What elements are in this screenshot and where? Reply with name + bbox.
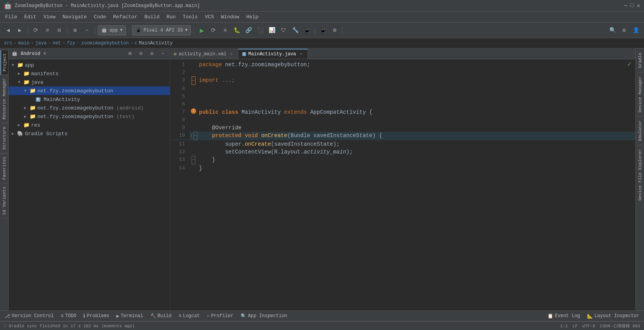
bc-main[interactable]: main [18, 41, 30, 46]
stop-button[interactable]: ⬛ [255, 25, 265, 35]
bc-java[interactable]: java [35, 41, 47, 46]
tab-app-inspection[interactable]: 🔍 App Inspection [238, 311, 290, 321]
tree-item-package-main[interactable]: ▼ 📁 net.fzy.zoomimagebybutton [9, 86, 170, 95]
tab-logcat[interactable]: ≡ Logcat [176, 311, 203, 321]
project-collapse-all[interactable]: ⊟ [137, 50, 145, 58]
tab-close-xml[interactable]: × [229, 51, 234, 57]
collapse-13[interactable]: − [192, 156, 195, 164]
code-editor[interactable]: 1 package net.fzy.zoomimagebybutton; 2 3… [170, 59, 635, 311]
settings-button[interactable]: ⚙ [70, 25, 80, 35]
menu-navigate[interactable]: Navigate [60, 13, 90, 21]
minimize-button[interactable]: — [624, 2, 627, 9]
collapse-import[interactable]: − [192, 76, 196, 85]
tree-item-gradle[interactable]: ▶ 🐘 Gradle Scripts [9, 129, 170, 138]
tab-activity-main-xml[interactable]: ⊞ activity_main.xml × [170, 49, 238, 59]
back-button[interactable]: ◀ [3, 25, 13, 35]
tab-close-java[interactable]: × [298, 51, 304, 57]
tab-terminal[interactable]: ▶ Terminal [113, 311, 146, 321]
bc-fzy[interactable]: fzy [67, 41, 76, 46]
hierarchy-button[interactable]: ⊟ [54, 25, 64, 35]
search-everywhere[interactable]: 🔍 [607, 25, 618, 35]
line-num-7: 7 [170, 108, 190, 116]
notifications[interactable]: 👤 [631, 25, 641, 35]
tab-problems[interactable]: ℹ Problems [80, 311, 113, 321]
tree-item-mainactivity[interactable]: ▶ C MainActivity [9, 95, 170, 104]
tree-item-package-android[interactable]: ▶ 📁 net.fzy.zoomimagebybutton (android) [9, 104, 170, 112]
ide-settings[interactable]: ⚙ [619, 25, 629, 35]
tree-item-java[interactable]: ▼ 📁 java [9, 78, 170, 86]
maximize-button[interactable]: □ [630, 2, 633, 9]
menu-refactor[interactable]: Refactor [110, 13, 140, 21]
bc-src[interactable]: src [4, 41, 12, 46]
collapse-method[interactable]: − [194, 132, 197, 140]
tree-item-res[interactable]: ▶ 📁 res [9, 121, 170, 129]
run-button[interactable]: ▶ [197, 25, 207, 35]
minus-button[interactable]: − [82, 25, 92, 35]
event-log-icon: 📋 [547, 313, 553, 319]
right-tab-emulator[interactable]: Emulator [637, 116, 644, 145]
expand-res: ▶ [18, 123, 22, 127]
vtab-structure[interactable]: Structure [1, 123, 8, 153]
vtab-project[interactable]: Project [0, 50, 8, 75]
more-tools-3[interactable]: 📱 [318, 25, 328, 35]
bc-zoom[interactable]: zoomimagebybutton [81, 41, 128, 46]
menu-code[interactable]: Code [91, 13, 109, 21]
more-tools-4[interactable]: ⊞ [329, 25, 340, 35]
tab-todo[interactable]: ≡ TODO [58, 311, 79, 321]
encoding[interactable]: UTF-8 [582, 324, 595, 328]
forward-button[interactable]: ▶ [15, 25, 25, 35]
right-tab-gradle[interactable]: Gradle [637, 48, 644, 72]
menu-vcs[interactable]: VCS [202, 13, 217, 21]
device-selector[interactable]: 📱 Pixel 4 API 33 ▼ [132, 25, 191, 35]
menu-view[interactable]: View [40, 13, 58, 21]
debug-button[interactable]: 🐛 [232, 25, 242, 35]
close-button[interactable]: ✕ [637, 2, 640, 9]
menu-run[interactable]: Run [164, 13, 179, 21]
profiler-button[interactable]: 📊 [267, 25, 277, 35]
tree-item-app[interactable]: ▼ 📁 app [9, 61, 170, 69]
tab-version-control[interactable]: ⎇ Version Control [2, 311, 57, 321]
structure-button[interactable]: ≡ [42, 25, 53, 35]
tree-item-manifests[interactable]: ▶ 📁 manifests [9, 69, 170, 78]
line-num-3: 3 [170, 76, 190, 84]
menu-window[interactable]: Window [218, 13, 243, 21]
menu-edit[interactable]: Edit [21, 13, 39, 21]
line-gutter-10: ↑ − [190, 132, 197, 140]
menu-build[interactable]: Build [141, 13, 163, 21]
error-icon-7: ! [191, 108, 196, 114]
sync-button[interactable]: ⟳ [31, 25, 41, 35]
app-logo: 🤖 [4, 2, 12, 10]
project-minimize[interactable]: − [159, 50, 167, 58]
java-icon-mainactivity: C [36, 97, 40, 102]
menu-help[interactable]: Help [243, 13, 261, 21]
project-expand-all[interactable]: ⊞ [126, 50, 134, 58]
tab-profiler[interactable]: ○ Profiler [204, 311, 237, 321]
coverage-button[interactable]: 🛡 [278, 25, 289, 35]
right-tab-device-file-explorer[interactable]: Device File Explorer [637, 145, 644, 205]
debug-run-button[interactable]: ⟳ [208, 25, 218, 35]
tab-layout-inspector[interactable]: 📐 Layout Inspector [584, 311, 642, 321]
tree-item-package-test[interactable]: ▶ 📁 net.fzy.zoomimagebybutton (test) [9, 112, 170, 121]
bc-net[interactable]: net [53, 41, 61, 46]
project-settings[interactable]: ⚙ [148, 50, 156, 58]
vtab-id-variants[interactable]: Id Variants [1, 184, 8, 219]
run-with-coverage[interactable]: ≡ [220, 25, 230, 35]
more-tools-2[interactable]: 📱 [302, 25, 312, 35]
code-line-6: 6 [170, 101, 635, 108]
cursor-position[interactable]: 1:1 [560, 324, 568, 328]
vtab-favorites[interactable]: Favorites [1, 153, 8, 183]
tab-mainactivity-java[interactable]: C MainActivity.java × [238, 49, 308, 59]
attach-debugger[interactable]: 🔗 [243, 25, 253, 35]
right-tab-device-manager[interactable]: Device Manager [637, 72, 644, 116]
app-inspection-icon: 🔍 [241, 313, 246, 319]
more-tools-1[interactable]: 🔧 [290, 25, 300, 35]
line-ending[interactable]: LF [572, 324, 577, 328]
tab-event-log[interactable]: 📋 Event Log [544, 311, 583, 321]
tab-build[interactable]: 🔨 Build [147, 311, 175, 321]
panel-dropdown-arrow[interactable]: ▼ [43, 51, 46, 56]
menu-file[interactable]: File [2, 13, 20, 21]
toolbar-separator-2 [67, 26, 67, 34]
vtab-resource-manager[interactable]: Resource Manager [1, 75, 8, 123]
menu-tools[interactable]: Tools [179, 13, 201, 21]
app-selector[interactable]: 🤖 app ▼ [98, 25, 126, 35]
